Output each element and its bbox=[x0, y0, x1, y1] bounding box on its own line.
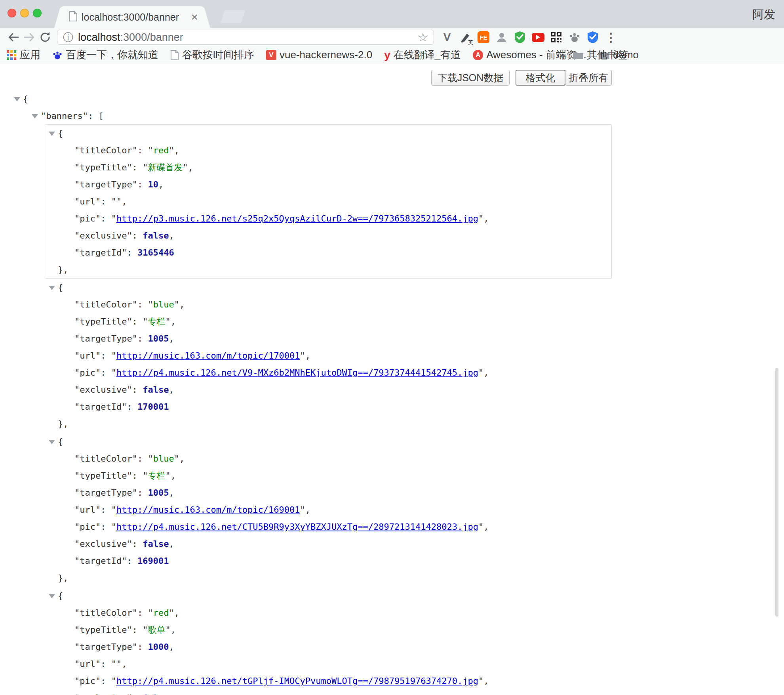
json-boolean: false bbox=[143, 231, 169, 241]
json-line: "url": "http://music.163.com/m/topic/170… bbox=[45, 347, 611, 364]
json-line: "typeTitle": "专栏", bbox=[45, 313, 611, 330]
json-line: "typeTitle": "专栏", bbox=[45, 467, 611, 484]
bookmarks-bar: 应用 百度一下，你就知道 谷歌按时间排序 V vue-hackernews-2.… bbox=[0, 47, 784, 63]
forward-button[interactable] bbox=[21, 29, 37, 45]
json-boolean: false bbox=[143, 539, 169, 549]
json-line: "exclusive": false bbox=[45, 689, 611, 695]
json-line: "banners": [ bbox=[0, 107, 612, 124]
browser-toolbar: ⓘ localhost :3000/banner ☆ V 英 FE ⋮ bbox=[0, 28, 784, 47]
json-link[interactable]: http://p3.music.126.net/s25q2x5QyqsAzilC… bbox=[116, 214, 478, 223]
json-line: "pic": "http://p4.music.126.net/V9-MXz6b… bbox=[45, 364, 611, 381]
json-line: { bbox=[45, 433, 611, 450]
folder-icon bbox=[573, 51, 584, 59]
omnibox[interactable]: ⓘ localhost :3000/banner ☆ bbox=[57, 30, 434, 45]
json-line: "pic": "http://p3.music.126.net/s25q2x5Q… bbox=[45, 210, 611, 227]
json-string: blue bbox=[153, 300, 174, 309]
bookmark-google-sort[interactable]: 谷歌按时间排序 bbox=[170, 48, 254, 62]
close-window-button[interactable] bbox=[8, 9, 16, 17]
json-line: "titleColor": "red", bbox=[45, 142, 611, 159]
youtube-extension-icon[interactable] bbox=[531, 31, 545, 44]
back-button[interactable] bbox=[6, 29, 21, 45]
json-link[interactable]: http://music.163.com/m/topic/170001 bbox=[116, 351, 300, 361]
json-number: 3165446 bbox=[137, 248, 174, 258]
collapse-toggle-icon[interactable] bbox=[49, 440, 55, 444]
browser-menu-icon[interactable]: ⋮ bbox=[604, 31, 618, 44]
collapse-toggle-icon[interactable] bbox=[49, 132, 55, 136]
bookmark-label: 谷歌按时间排序 bbox=[182, 48, 254, 62]
profile-name[interactable]: 阿发 bbox=[752, 7, 775, 23]
json-number: 10 bbox=[148, 179, 158, 189]
youdao-icon: y bbox=[384, 50, 390, 60]
json-line: "url": "http://music.163.com/m/topic/169… bbox=[45, 501, 611, 518]
blue-shield-extension-icon[interactable] bbox=[586, 31, 599, 44]
json-link[interactable]: http://p4.music.126.net/CTU5B9R9y3XyYBZX… bbox=[116, 522, 478, 532]
json-number: 170001 bbox=[137, 402, 169, 412]
new-tab-button[interactable] bbox=[221, 10, 245, 23]
json-line: { bbox=[45, 587, 611, 604]
bookmark-label: vue-hackernews-2.0 bbox=[280, 49, 372, 61]
json-line: "url": "", bbox=[45, 655, 611, 672]
json-link[interactable]: http://music.163.com/m/topic/169001 bbox=[116, 505, 300, 515]
bookmark-vue-hackernews[interactable]: V vue-hackernews-2.0 bbox=[266, 49, 372, 61]
collapse-toggle-icon[interactable] bbox=[32, 114, 38, 118]
bookmark-awesomes[interactable]: A Awesomes - 前端资… bbox=[473, 48, 587, 62]
json-link[interactable]: http://p4.music.126.net/V9-MXz6b2MNhEKju… bbox=[116, 368, 478, 378]
json-object: {"titleColor": "blue","typeTitle": "专栏",… bbox=[45, 279, 612, 433]
bookmark-baidu[interactable]: 百度一下，你就知道 bbox=[52, 48, 158, 62]
json-line: { bbox=[45, 279, 611, 296]
json-boolean: false bbox=[143, 385, 169, 395]
json-number: 169001 bbox=[137, 556, 169, 566]
json-line: "typeTitle": "新碟首发", bbox=[45, 159, 611, 176]
collapse-all-button[interactable]: 折叠所有 bbox=[565, 70, 612, 86]
apps-grid-icon bbox=[6, 50, 17, 60]
page-info-icon[interactable]: ⓘ bbox=[63, 31, 73, 44]
url-host: localhost bbox=[78, 31, 120, 44]
format-button[interactable]: 格式化 bbox=[516, 70, 565, 86]
minimize-window-button[interactable] bbox=[20, 9, 29, 17]
download-json-button[interactable]: 下载JSON数据 bbox=[431, 70, 510, 86]
fullscreen-window-button[interactable] bbox=[33, 9, 42, 17]
bookmark-star-icon[interactable]: ☆ bbox=[418, 31, 428, 44]
json-line: { bbox=[45, 125, 611, 142]
fe-extension-icon[interactable]: FE bbox=[477, 31, 490, 44]
browser-tab[interactable]: localhost:3000/banner × bbox=[63, 6, 202, 28]
bookmarks-overflow-icon[interactable]: » bbox=[559, 48, 566, 62]
page-icon bbox=[170, 50, 179, 60]
json-link[interactable]: http://p4.music.126.net/tGPljf-IMOCyPvum… bbox=[116, 676, 478, 686]
qr-code-extension-icon[interactable] bbox=[550, 31, 563, 44]
collapse-toggle-icon[interactable] bbox=[14, 97, 20, 101]
awesomes-icon: A bbox=[473, 50, 483, 60]
green-shield-extension-icon[interactable] bbox=[513, 31, 527, 44]
collapse-toggle-icon[interactable] bbox=[49, 594, 55, 598]
json-line: }, bbox=[45, 415, 611, 432]
json-line: { bbox=[0, 90, 612, 107]
json-line: "url": "", bbox=[45, 193, 611, 210]
other-bookmarks[interactable]: 其他书签 bbox=[573, 48, 628, 62]
json-line: "titleColor": "blue", bbox=[45, 450, 611, 467]
json-line: "exclusive": false, bbox=[45, 381, 611, 398]
json-boolean: false bbox=[143, 693, 169, 695]
bookmark-label: Awesomes - 前端资… bbox=[486, 48, 587, 62]
json-line: }, bbox=[45, 261, 611, 278]
tab-strip: localhost:3000/banner × 阿发 bbox=[0, 0, 784, 28]
vimium-extension-icon[interactable]: V bbox=[440, 31, 454, 44]
collapse-toggle-icon[interactable] bbox=[49, 286, 55, 290]
translate-pen-extension-icon[interactable]: 英 bbox=[459, 31, 472, 44]
json-line: }, bbox=[45, 569, 611, 586]
person-extension-icon[interactable] bbox=[495, 31, 508, 44]
paw-extension-icon[interactable] bbox=[568, 31, 581, 44]
json-number: 1000 bbox=[148, 642, 169, 652]
json-object: {"titleColor": "blue","typeTitle": "专栏",… bbox=[45, 433, 612, 587]
json-line: "pic": "http://p4.music.126.net/CTU5B9R9… bbox=[45, 518, 611, 535]
reload-button[interactable] bbox=[37, 29, 53, 45]
scrollbar-thumb[interactable] bbox=[775, 368, 778, 617]
json-string: 专栏 bbox=[148, 317, 165, 326]
json-line: "targetId": 169001 bbox=[45, 552, 611, 569]
bookmark-label: 在线翻译_有道 bbox=[394, 48, 461, 62]
tab-close-icon[interactable]: × bbox=[191, 11, 198, 23]
bookmark-youdao[interactable]: y 在线翻译_有道 bbox=[384, 48, 461, 62]
json-line: "targetType": 1005, bbox=[45, 484, 611, 501]
json-line: "pic": "http://p4.music.126.net/tGPljf-I… bbox=[45, 672, 611, 689]
json-line: "typeTitle": "歌单", bbox=[45, 621, 611, 638]
bookmark-apps[interactable]: 应用 bbox=[6, 48, 40, 62]
